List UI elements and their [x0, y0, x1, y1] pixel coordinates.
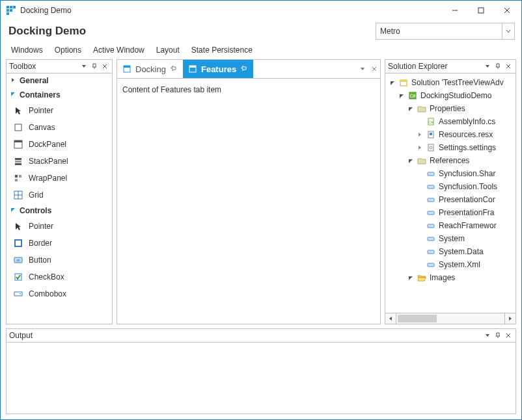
- menu-windows[interactable]: Windows: [6, 44, 48, 56]
- collapse-icon[interactable]: [407, 157, 414, 164]
- horizontal-scrollbar[interactable]: [385, 313, 515, 324]
- solution-explorer-header[interactable]: Solution Explorer: [385, 60, 515, 73]
- expand-icon: [9, 76, 17, 85]
- pin-icon[interactable]: [493, 331, 502, 340]
- svg-text:C#: C#: [428, 120, 433, 124]
- tab-label: Features: [201, 64, 236, 74]
- tree-node-label: System.Data: [439, 247, 484, 256]
- toolbox-item-pointer[interactable]: Pointer: [7, 218, 112, 235]
- toolbox-item-stackpanel[interactable]: StackPanel: [7, 153, 112, 170]
- toolbox-group-label: Controls: [20, 206, 51, 215]
- toolbox-item-label: DockPanel: [29, 140, 66, 149]
- ref-icon: [426, 259, 436, 270]
- tree-node[interactable]: Solution 'TestTreeViewAdv: [387, 76, 515, 89]
- svg-rect-14: [14, 140, 22, 142]
- menu-layout[interactable]: Layout: [151, 44, 185, 56]
- tree-node[interactable]: Resources.resx: [387, 128, 515, 141]
- checkbox-icon: [13, 272, 23, 282]
- folder-icon: [417, 155, 427, 166]
- scroll-track[interactable]: [396, 313, 504, 324]
- svg-rect-1: [10, 6, 12, 8]
- tree-node[interactable]: PresentationFra: [387, 206, 515, 219]
- expand-icon[interactable]: [417, 131, 423, 138]
- toolbox-item-button[interactable]: abButton: [7, 252, 112, 269]
- tree-node[interactable]: System: [387, 232, 515, 245]
- toolbox-item-label: CheckBox: [29, 272, 64, 282]
- tree-node[interactable]: Settings.settings: [387, 141, 515, 154]
- tabstrip: DockingFeatures: [117, 60, 380, 78]
- tree-node[interactable]: System.Xml: [387, 258, 515, 271]
- pointer-icon: [13, 221, 23, 231]
- tree-node[interactable]: C#AssemblyInfo.cs: [387, 115, 515, 128]
- svg-rect-32: [189, 66, 196, 68]
- minimize-button[interactable]: [442, 1, 468, 20]
- tree-node-label: Syncfusion.Shar: [439, 169, 495, 178]
- scroll-thumb[interactable]: [398, 315, 437, 322]
- toolbox-item-wrappanel[interactable]: WrapPanel: [7, 170, 112, 187]
- maximize-button[interactable]: [468, 1, 494, 20]
- dockpanel-icon: [13, 139, 23, 150]
- toolbox-header[interactable]: Toolbox: [7, 60, 112, 73]
- tab-docking[interactable]: Docking: [117, 60, 183, 78]
- tree-node[interactable]: ReachFramewor: [387, 219, 515, 232]
- close-icon[interactable]: [504, 62, 513, 71]
- toolbox-item-border[interactable]: Border: [7, 235, 112, 252]
- toolbox-item-grid[interactable]: Grid: [7, 187, 112, 203]
- expand-icon[interactable]: [417, 144, 423, 151]
- dropdown-icon[interactable]: [483, 331, 492, 340]
- toolbox-item-dockpanel[interactable]: DockPanel: [7, 136, 112, 153]
- pin-icon[interactable]: [240, 65, 248, 73]
- toolbox-group-general[interactable]: General: [7, 73, 112, 88]
- tree-node[interactable]: Images: [387, 271, 515, 284]
- ref-icon: [426, 207, 436, 218]
- toolbox-group-containers[interactable]: Containers: [7, 88, 112, 102]
- menu-active-window[interactable]: Active Window: [88, 44, 150, 56]
- dropdown-icon[interactable]: [483, 62, 492, 71]
- svg-rect-16: [15, 161, 21, 163]
- tree-node-label: Solution 'TestTreeViewAdv: [411, 78, 504, 87]
- tab-features[interactable]: Features: [183, 60, 253, 78]
- svg-rect-15: [15, 158, 21, 160]
- tree-node[interactable]: References: [387, 154, 515, 167]
- collapse-icon[interactable]: [389, 79, 396, 86]
- pin-icon[interactable]: [170, 65, 178, 73]
- window-title: Docking Demo: [20, 6, 72, 15]
- tree-node[interactable]: PresentationCor: [387, 193, 515, 206]
- collapse-icon[interactable]: [407, 274, 414, 282]
- tree-node[interactable]: Syncfusion.Shar: [387, 167, 515, 180]
- toolbox-item-pointer[interactable]: Pointer: [7, 102, 112, 119]
- svg-rect-0: [7, 6, 9, 8]
- close-icon[interactable]: [100, 62, 109, 71]
- scroll-right-button[interactable]: [504, 313, 515, 324]
- button-icon: ab: [13, 255, 23, 265]
- tree-node[interactable]: C#DockingStudioDemo: [387, 89, 515, 102]
- tree-node[interactable]: Properties: [387, 102, 515, 115]
- scroll-left-button[interactable]: [385, 313, 396, 324]
- menu-state-persistence[interactable]: State Persistence: [186, 44, 258, 56]
- pin-icon[interactable]: [493, 62, 502, 71]
- collapse-icon: [9, 206, 17, 215]
- tree-node[interactable]: System.Data: [387, 245, 515, 258]
- grid-icon: [13, 190, 23, 200]
- close-icon[interactable]: [504, 331, 513, 340]
- toolbox-item-checkbox[interactable]: CheckBox: [7, 269, 112, 285]
- close-button[interactable]: [494, 1, 520, 20]
- document-icon: [122, 64, 131, 73]
- toolbox-item-combobox[interactable]: Combobox: [7, 285, 112, 302]
- tree-node[interactable]: Syncfusion.Tools: [387, 180, 515, 193]
- toolbox-item-canvas[interactable]: Canvas: [7, 119, 112, 136]
- theme-select[interactable]: Metro: [376, 23, 515, 40]
- menu-options[interactable]: Options: [49, 44, 87, 56]
- output-header[interactable]: Output: [7, 329, 515, 343]
- svg-rect-3: [7, 9, 9, 12]
- dropdown-icon[interactable]: [79, 62, 89, 71]
- collapse-icon: [9, 90, 17, 99]
- pin-icon[interactable]: [90, 62, 99, 71]
- collapse-icon[interactable]: [407, 105, 414, 112]
- toolbox-group-controls[interactable]: Controls: [7, 203, 112, 218]
- svg-rect-7: [478, 8, 484, 13]
- collapse-icon[interactable]: [398, 92, 405, 99]
- tabs-dropdown-icon[interactable]: [357, 60, 368, 78]
- page-title: Docking Demo: [8, 25, 376, 38]
- tabs-close-icon[interactable]: [368, 60, 380, 78]
